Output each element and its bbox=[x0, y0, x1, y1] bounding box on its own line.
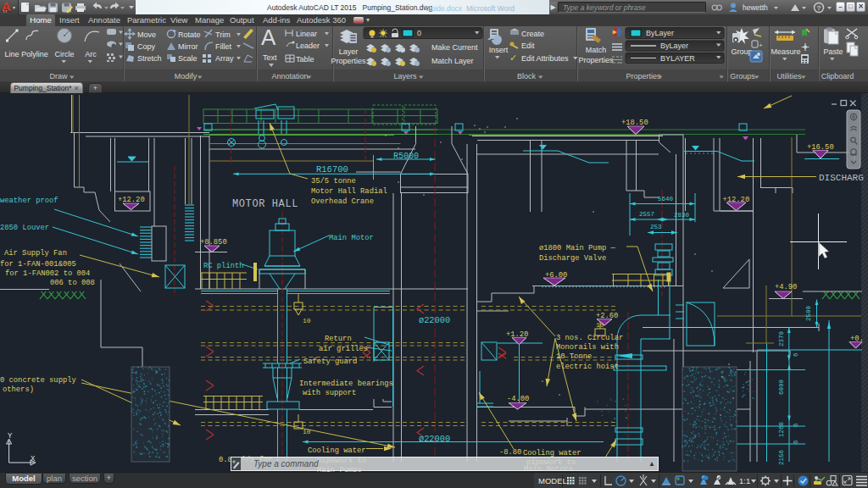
svg-text:Cooling water: Cooling water bbox=[308, 446, 366, 455]
svg-text:Rotate: Rotate bbox=[178, 30, 201, 39]
svg-text:DISCHARG: DISCHARG bbox=[819, 173, 864, 183]
svg-text:?: ? bbox=[817, 4, 821, 12]
svg-text:R5000: R5000 bbox=[393, 152, 419, 161]
svg-text:Properties: Properties bbox=[626, 72, 661, 80]
svg-text:+: + bbox=[759, 42, 763, 49]
svg-text:Y: Y bbox=[8, 432, 13, 441]
svg-text:35/5 tonne: 35/5 tonne bbox=[311, 177, 356, 186]
svg-text:ø1800 Main Pump —: ø1800 Main Pump — bbox=[539, 244, 615, 252]
svg-text:-4.00: -4.00 bbox=[507, 395, 529, 403]
svg-text:ø22000: ø22000 bbox=[419, 434, 450, 444]
svg-text:+8.850: +8.850 bbox=[200, 238, 227, 247]
svg-text:ø22000: ø22000 bbox=[419, 315, 450, 325]
svg-text:2557: 2557 bbox=[639, 211, 654, 218]
svg-text:hewetth: hewetth bbox=[743, 3, 768, 12]
svg-text:Block: Block bbox=[517, 72, 537, 80]
svg-text:+6.00: +6.00 bbox=[545, 271, 567, 280]
svg-text:for 1-FAN002 to 004: for 1-FAN002 to 004 bbox=[5, 269, 90, 278]
svg-text:253: 253 bbox=[650, 224, 662, 230]
svg-text:Mirror: Mirror bbox=[178, 42, 198, 51]
svg-text:6: 6 bbox=[793, 440, 799, 444]
svg-text:Stretch: Stretch bbox=[137, 54, 162, 63]
svg-text:Clipboard: Clipboard bbox=[821, 72, 854, 80]
svg-text:Overhead Crane: Overhead Crane bbox=[311, 197, 374, 206]
svg-text:+4.90: +4.90 bbox=[775, 283, 797, 291]
svg-text:Leader: Leader bbox=[296, 42, 320, 50]
svg-text:ByLayer: ByLayer bbox=[660, 42, 688, 50]
svg-text:10: 10 bbox=[303, 317, 311, 324]
svg-text:Draw: Draw bbox=[49, 72, 68, 80]
svg-text:2850 Louver: 2850 Louver bbox=[0, 224, 49, 232]
svg-text:10 Tonne: 10 Tonne bbox=[556, 352, 592, 361]
svg-text:Main Motor: Main Motor bbox=[329, 234, 374, 242]
svg-text:for 1-FAN-001&005: for 1-FAN-001&005 bbox=[0, 260, 76, 269]
svg-text:Cooling water: Cooling water bbox=[523, 449, 581, 458]
svg-text:others): others) bbox=[3, 385, 34, 394]
svg-text:3 nos. Circular: 3 nos. Circular bbox=[556, 334, 623, 342]
svg-text:Polyline: Polyline bbox=[21, 50, 48, 58]
svg-text:0 concrete supply: 0 concrete supply bbox=[0, 376, 76, 385]
svg-text:006 to 008: 006 to 008 bbox=[50, 279, 95, 287]
svg-text:RC plinth: RC plinth bbox=[203, 262, 244, 270]
svg-text:+12.20: +12.20 bbox=[723, 196, 750, 204]
svg-text:+18.50: +18.50 bbox=[621, 119, 648, 127]
svg-text:Move: Move bbox=[137, 30, 156, 39]
svg-text:Utilities: Utilities bbox=[776, 72, 802, 80]
svg-text:X: X bbox=[31, 455, 36, 463]
svg-text:Insert: Insert bbox=[489, 46, 509, 54]
svg-text:Measure: Measure bbox=[771, 47, 800, 56]
svg-text:2156: 2156 bbox=[778, 449, 785, 465]
svg-text:6: 6 bbox=[793, 423, 799, 427]
svg-text:Linear: Linear bbox=[296, 30, 317, 38]
svg-text:Groups: Groups bbox=[730, 72, 755, 80]
svg-text:1:1: 1:1 bbox=[739, 476, 750, 485]
svg-text:Intermediate bearings: Intermediate bearings bbox=[299, 380, 393, 388]
svg-text:Trim: Trim bbox=[215, 30, 231, 39]
svg-text:Layers: Layers bbox=[393, 72, 417, 80]
svg-text:2370: 2370 bbox=[778, 330, 785, 347]
svg-text:+1.20: +1.20 bbox=[506, 330, 528, 339]
svg-text:10: 10 bbox=[303, 428, 311, 435]
svg-text:+12.20: +12.20 bbox=[118, 196, 145, 204]
svg-text:Arc: Arc bbox=[85, 50, 97, 58]
svg-text:+0.: +0. bbox=[850, 335, 864, 343]
svg-text:MOTOR HALL: MOTOR HALL bbox=[232, 198, 298, 210]
svg-text:Text: Text bbox=[263, 53, 277, 62]
svg-text:Paste: Paste bbox=[823, 47, 843, 56]
svg-text:Line: Line bbox=[4, 50, 19, 58]
svg-text:1268: 1268 bbox=[778, 422, 785, 437]
svg-text:5640: 5640 bbox=[658, 196, 674, 202]
svg-text:»: » bbox=[720, 73, 724, 80]
svg-text:Return: Return bbox=[325, 335, 352, 343]
svg-text:-8.80: -8.80 bbox=[499, 448, 521, 457]
svg-text:air grilles: air grilles bbox=[319, 345, 368, 353]
svg-text:A: A bbox=[261, 26, 276, 50]
svg-text:Match Layer: Match Layer bbox=[431, 57, 474, 65]
svg-text:✓: ✓ bbox=[509, 53, 517, 63]
svg-text:Properties: Properties bbox=[331, 57, 366, 65]
svg-text:Circle: Circle bbox=[54, 50, 74, 58]
svg-text:Array: Array bbox=[215, 54, 234, 63]
svg-text:BYLAYER: BYLAYER bbox=[660, 54, 695, 63]
svg-text:10: 10 bbox=[596, 321, 604, 329]
svg-text:Motor Hall Radial: Motor Hall Radial bbox=[311, 187, 387, 196]
svg-text:Create: Create bbox=[521, 30, 544, 38]
svg-text:+16.50: +16.50 bbox=[807, 143, 834, 152]
svg-text:Annotation: Annotation bbox=[271, 72, 308, 80]
svg-text:Modify: Modify bbox=[175, 72, 198, 80]
svg-text:Safety guard: Safety guard bbox=[303, 358, 357, 366]
svg-text:electric hoist: electric hoist bbox=[556, 363, 619, 371]
svg-text:Layer: Layer bbox=[339, 47, 359, 56]
svg-text:ByLayer: ByLayer bbox=[646, 29, 674, 37]
svg-text:6000: 6000 bbox=[778, 379, 785, 395]
svg-text:Scale: Scale bbox=[178, 54, 198, 63]
svg-text:Air Supply Fan: Air Supply Fan bbox=[4, 249, 67, 258]
svg-text:0: 0 bbox=[417, 29, 421, 37]
svg-text:Group: Group bbox=[731, 47, 752, 56]
svg-text:Match: Match bbox=[586, 46, 607, 54]
svg-text:with support: with support bbox=[303, 389, 356, 397]
svg-text:Make Current: Make Current bbox=[431, 43, 478, 52]
svg-text:Copy: Copy bbox=[137, 42, 156, 51]
svg-text:R16700: R16700 bbox=[316, 164, 348, 175]
svg-text:Properties: Properties bbox=[578, 56, 614, 64]
